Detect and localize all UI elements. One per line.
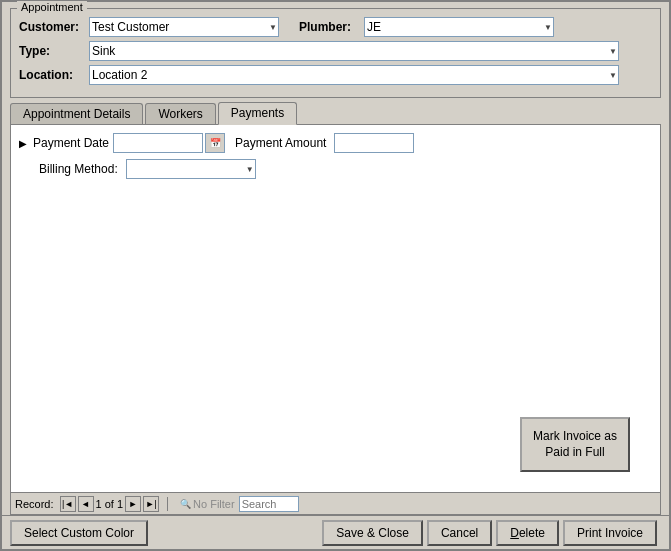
billing-method-label: Billing Method: [39, 162, 118, 176]
save-close-button[interactable]: Save & Close [322, 520, 423, 546]
no-filter-label: No Filter [193, 498, 235, 510]
record-pointer: ▶ [19, 138, 27, 149]
plumber-label: Plumber: [299, 20, 364, 34]
appointment-group-label: Appointment [17, 1, 87, 13]
type-select[interactable]: Sink [89, 41, 619, 61]
nav-last-button[interactable]: ►| [143, 496, 159, 512]
calendar-button[interactable]: 📅 [205, 133, 225, 153]
tab-workers[interactable]: Workers [145, 103, 215, 124]
type-label: Type: [19, 44, 89, 58]
tab-bar: Appointment Details Workers Payments [10, 102, 661, 125]
location-label: Location: [19, 68, 89, 82]
payment-date-input[interactable] [113, 133, 203, 153]
record-nav-label: Record: [15, 498, 54, 510]
tab-appointment-details[interactable]: Appointment Details [10, 103, 143, 124]
mark-invoice-button[interactable]: Mark Invoice as Paid in Full [520, 417, 630, 472]
payment-amount-label: Payment Amount [235, 136, 326, 150]
divider [167, 497, 168, 511]
nav-next-button[interactable]: ► [125, 496, 141, 512]
print-invoice-button[interactable]: Print Invoice [563, 520, 657, 546]
payment-amount-input[interactable] [334, 133, 414, 153]
payment-content: ▶ Payment Date 📅 Payment Amount Billing … [11, 125, 660, 492]
billing-method-select[interactable] [126, 159, 256, 179]
payments-panel: ▶ Payment Date 📅 Payment Amount Billing … [10, 125, 661, 515]
nav-prev-button[interactable]: ◄ [78, 496, 94, 512]
search-input[interactable] [239, 496, 299, 512]
tab-payments[interactable]: Payments [218, 102, 297, 125]
record-nav-controls: |◄ ◄ 1 of 1 ► ►| [60, 496, 160, 512]
record-count: 1 of 1 [96, 498, 124, 510]
type-select-wrapper: Sink [89, 41, 619, 61]
dialog: Appointment Customer: Test Customer Plum… [0, 0, 671, 551]
type-row: Type: Sink [19, 41, 652, 61]
customer-select[interactable]: Test Customer [89, 17, 279, 37]
cancel-button[interactable]: Cancel [427, 520, 492, 546]
plumber-select[interactable]: JE [364, 17, 554, 37]
payment-date-row: ▶ Payment Date 📅 Payment Amount [19, 133, 652, 153]
filter-icon: 🔍 [180, 499, 191, 509]
appointment-group: Appointment Customer: Test Customer Plum… [10, 8, 661, 98]
location-select-wrapper: Location 2 [89, 65, 619, 85]
nav-first-button[interactable]: |◄ [60, 496, 76, 512]
select-custom-color-button[interactable]: Select Custom Color [10, 520, 148, 546]
delete-button[interactable]: Delete [496, 520, 559, 546]
location-select[interactable]: Location 2 [89, 65, 619, 85]
customer-row: Customer: Test Customer Plumber: JE [19, 17, 652, 37]
billing-method-row: Billing Method: [39, 159, 652, 179]
customer-select-wrapper: Test Customer [89, 17, 279, 37]
location-row: Location: Location 2 [19, 65, 652, 85]
billing-method-wrapper [126, 159, 256, 179]
payment-date-label: Payment Date [33, 136, 109, 150]
record-nav: Record: |◄ ◄ 1 of 1 ► ►| 🔍 No Filter [11, 492, 660, 514]
no-filter-indicator: 🔍 No Filter [180, 498, 235, 510]
customer-label: Customer: [19, 20, 89, 34]
plumber-select-wrapper: JE [364, 17, 554, 37]
bottom-bar: Select Custom Color Save & Close Cancel … [2, 515, 669, 549]
delete-label: Delete [510, 526, 545, 540]
